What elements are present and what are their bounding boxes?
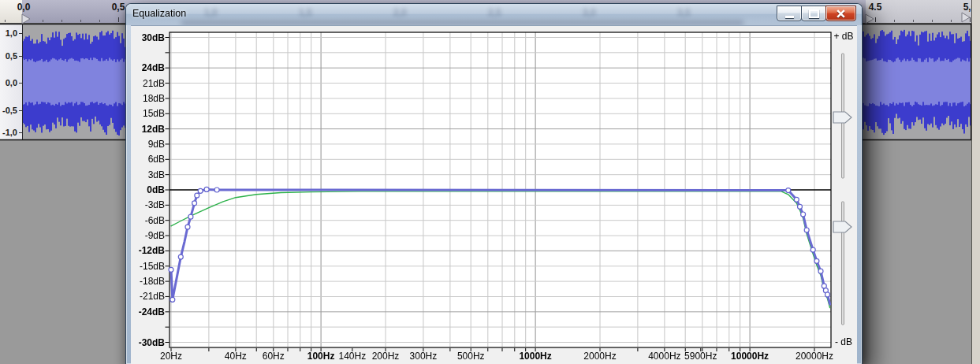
slider-thumb[interactable] (833, 112, 851, 123)
freq-axis-label: 500Hz (442, 351, 500, 362)
eq-control-point[interactable] (195, 193, 199, 198)
window-controls (777, 6, 856, 21)
timeline-label: 4.5 (869, 2, 882, 13)
amplitude-tick (19, 132, 22, 133)
timeline-label: 0,5 (112, 2, 125, 13)
window-edge-strip (971, 0, 980, 364)
eq-control-point[interactable] (798, 204, 803, 209)
eq-control-point[interactable] (822, 284, 826, 288)
eq-control-point[interactable] (204, 187, 209, 191)
dialog-titlebar[interactable]: Equalization 1,01,52,02,53,03,5 (126, 4, 862, 25)
maximize-icon (809, 9, 819, 18)
eq-control-point[interactable] (804, 228, 809, 232)
eq-control-point[interactable] (786, 188, 791, 193)
glass-ghost-label: 2,5 (488, 7, 501, 18)
amplitude-tick (19, 56, 22, 57)
ruler-tick-major (24, 17, 24, 22)
amplitude-label: -0,5 (2, 106, 17, 115)
ruler-tick (913, 20, 914, 22)
db-min-label: - dB (828, 336, 859, 347)
db-axis-label: 24dB (130, 62, 165, 73)
close-button[interactable] (825, 6, 856, 21)
ruler-tick (951, 20, 952, 22)
eq-control-point[interactable] (170, 297, 175, 302)
db-axis-label: 3dB (130, 169, 165, 180)
ruler-tick-major (118, 17, 119, 22)
eq-control-point[interactable] (810, 247, 815, 252)
eq-control-point[interactable] (188, 214, 193, 219)
db-axis-label: -24dB (130, 306, 165, 318)
db-axis-label: -15dB (130, 261, 165, 272)
freq-axis-label: 20Hz (142, 351, 200, 362)
db-axis-label: 21dB (130, 78, 165, 89)
amplitude-label: 0,5 (6, 51, 17, 61)
close-icon (836, 9, 846, 18)
amplitude-tick (19, 83, 22, 84)
db-axis-label: -30dB (130, 337, 165, 348)
ruler-tick (5, 20, 6, 22)
db-axis-label: 0dB (130, 184, 165, 195)
glass-ghost-label: 1,0 (204, 7, 218, 18)
eq-control-point[interactable] (192, 201, 197, 206)
glass-ghost-label: 3,5 (677, 7, 691, 18)
freq-axis-label: 2000Hz (571, 351, 629, 362)
db-axis-label: 15dB (130, 108, 165, 119)
db-axis-label: 18dB (130, 93, 165, 104)
freq-axis-label: 20000Hz (785, 351, 844, 362)
eq-control-point[interactable] (818, 269, 823, 273)
db-axis-label: -6dB (130, 215, 165, 226)
db-axis-label: -21dB (130, 291, 165, 302)
timeline-label: 0,0 (17, 2, 31, 13)
glass-ghost-label: 3,0 (583, 7, 596, 18)
ruler-tick (80, 20, 81, 22)
ruler-tick (43, 20, 43, 22)
freq-axis-label: 10000Hz (721, 351, 779, 362)
slider-thumb[interactable] (833, 221, 851, 232)
amplitude-label: 0,0 (6, 78, 17, 87)
minimize-icon (785, 16, 794, 18)
eq-plot[interactable] (126, 24, 859, 364)
db-axis-label: 6dB (130, 154, 165, 165)
db-min-slider[interactable] (829, 197, 858, 329)
dialog-title: Equalization (132, 8, 186, 19)
amplitude-tick (19, 110, 22, 111)
amplitude-tick (19, 33, 22, 34)
eq-control-point[interactable] (185, 225, 190, 229)
db-max-label: + dB (828, 31, 859, 42)
eq-control-point[interactable] (801, 212, 806, 217)
ruler-tick (61, 20, 62, 22)
ruler-tick-major (875, 17, 876, 22)
db-axis-label: -9dB (130, 230, 165, 241)
glass-ghost-label: 1,5 (299, 7, 312, 18)
glass-ghost-label: 2,0 (393, 7, 407, 18)
freq-axis-label: 1000Hz (506, 351, 565, 362)
eq-control-point[interactable] (169, 267, 173, 272)
minimize-button[interactable] (777, 6, 802, 21)
eq-control-point[interactable] (214, 188, 219, 192)
db-axis-label: 30dB (130, 32, 165, 43)
db-axis-label: -18dB (130, 276, 165, 287)
ruler-tick (99, 20, 100, 22)
db-axis-label: -12dB (130, 245, 165, 256)
amplitude-label: -1,0 (2, 128, 17, 137)
eq-control-point[interactable] (198, 188, 203, 193)
db-axis-label: 9dB (130, 139, 165, 150)
ruler-tick (894, 20, 895, 22)
db-axis-label: 12dB (130, 124, 165, 135)
ruler-tick-major (970, 17, 971, 22)
maximize-button[interactable] (801, 6, 826, 21)
db-max-slider[interactable] (829, 49, 858, 183)
eq-control-point[interactable] (814, 258, 819, 263)
db-axis-label: -3dB (130, 199, 165, 210)
eq-control-point[interactable] (794, 197, 799, 202)
amplitude-label: 1,0 (6, 28, 17, 38)
audacity-window: 0,00,51,01,52,02,53,03,54,04.55,0 1,00,5… (0, 0, 980, 364)
amplitude-scale[interactable]: 1,00,50,0-0,5-1,0 (0, 24, 22, 139)
eq-control-point[interactable] (178, 254, 183, 259)
ruler-tick (932, 20, 933, 22)
